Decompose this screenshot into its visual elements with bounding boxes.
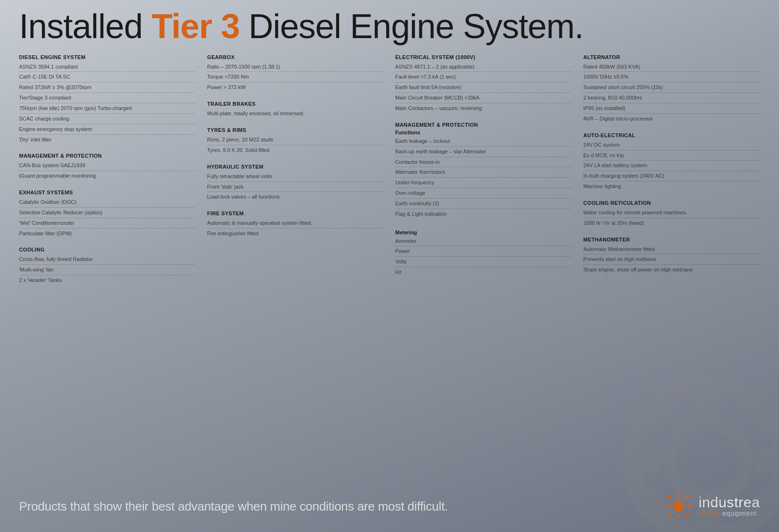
item-0-1-1: iGuard programmable monitoring bbox=[19, 171, 196, 181]
item-2-2-3: Hz bbox=[395, 267, 572, 277]
item-2-2-1: Power bbox=[395, 246, 572, 257]
item-0-2-2: 'Wet' Conditioner/cooler bbox=[19, 218, 196, 229]
page-footer: Products that show their best advantage … bbox=[0, 482, 779, 532]
item-3-2-1: 1000 ltr / hr at 20m (head) bbox=[583, 218, 760, 228]
item-0-0-0: ASNZS 3584.1 compliant bbox=[19, 62, 196, 72]
item-2-0-1: Fault level >7.3 kA (1 sec) bbox=[395, 72, 572, 82]
item-1-4-1: Fire extinguisher fitted bbox=[207, 229, 384, 239]
item-3-3-1: Prevents start on high methane bbox=[583, 254, 760, 265]
section-title-3-0: ALTERNATOR bbox=[583, 54, 760, 60]
logo-sub2: equipment bbox=[722, 510, 757, 517]
section-3-0: ALTERNATORRated 450kW (563 KVA)1000V 50H… bbox=[583, 54, 760, 124]
section-title-2-0: ELECTRICAL SYSTEM (1000V) bbox=[395, 54, 572, 60]
section-title-0-0: DIESEL ENGINE SYSTEM bbox=[19, 54, 196, 60]
svg-rect-15 bbox=[622, 449, 660, 472]
item-2-2-2: Volts bbox=[395, 257, 572, 267]
logo-sub1: mining bbox=[699, 510, 720, 517]
item-1-4-0: Automatic & manually operated system fit… bbox=[207, 218, 384, 229]
item-0-0-7: 'Dry' inlet filter bbox=[19, 135, 196, 145]
section-title-3-1: AUTO-ELECTRICAL bbox=[583, 132, 760, 138]
item-3-1-0: 24V DC system bbox=[583, 140, 760, 151]
item-2-0-4: Main Contactors – vacuum, reversing bbox=[395, 103, 572, 113]
item-2-1-2: Contactor freeze-in bbox=[395, 157, 572, 168]
item-3-3-0: Automatic Methanometer fitted bbox=[583, 244, 760, 255]
item-3-0-4: IP65 (as installed) bbox=[583, 103, 760, 114]
item-1-0-0: Ratio – 2070-1500 rpm (1.38:1) bbox=[207, 62, 384, 72]
section-title-1-4: FIRE SYSTEM bbox=[207, 211, 384, 216]
svg-rect-13 bbox=[696, 375, 719, 413]
logo-icon bbox=[663, 491, 694, 522]
svg-rect-3 bbox=[665, 505, 670, 508]
section-title-1-3: HYDRAULIC SYSTEM bbox=[207, 164, 384, 170]
item-0-0-6: Engine emergency stop system bbox=[19, 124, 196, 135]
item-2-1-3: Alternator thermistors bbox=[395, 167, 572, 178]
section-0-1: MANAGEMENT & PROTECTIONCAN-Bus system SA… bbox=[19, 153, 196, 181]
item-0-0-1: Cat® C-15E DI TA SC bbox=[19, 72, 196, 82]
svg-rect-7 bbox=[668, 513, 672, 518]
item-2-1-7: Flag & Light indication bbox=[395, 209, 572, 219]
item-2-1-4: Under-frequency bbox=[395, 178, 572, 188]
section-1-3: HYDRAULIC SYSTEMFully retractable wheel … bbox=[207, 164, 384, 202]
section-0-0: DIESEL ENGINE SYSTEMASNZS 3584.1 complia… bbox=[19, 54, 196, 145]
item-1-3-1: Front 'stab' jack bbox=[207, 182, 384, 192]
item-2-1-0: Earth leakage – lockout bbox=[395, 136, 572, 147]
svg-rect-8 bbox=[685, 513, 690, 518]
section-2-1: MANAGEMENT & PROTECTIONFunctionsEarth le… bbox=[395, 122, 572, 219]
item-0-0-3: Tier/Stage 3 compliant bbox=[19, 93, 196, 103]
item-3-2-0: Water cooling for remote powered machine… bbox=[583, 208, 760, 218]
title-prefix: Installed bbox=[19, 7, 151, 45]
section-1-0: GEARBOXRatio – 2070-1500 rpm (1.38:1)Tor… bbox=[207, 54, 384, 93]
section-0-3: COOLINGCross-flow, fully tinned Radiator… bbox=[19, 247, 196, 285]
item-2-1-6: Earth continuity (3) bbox=[395, 199, 572, 209]
item-0-0-2: Rated 372kW ± 3% @2070rpm bbox=[19, 82, 196, 93]
page-header: Installed Tier 3 Diesel Engine System. bbox=[0, 0, 779, 50]
item-1-0-2: Power > 372 kW bbox=[207, 82, 384, 92]
column-3: ALTERNATORRated 450kW (563 KVA)1000V 50H… bbox=[583, 54, 760, 294]
item-3-1-2: 24V LA start battery system bbox=[583, 161, 760, 171]
column-0: DIESEL ENGINE SYSTEMASNZS 3584.1 complia… bbox=[19, 54, 196, 294]
logo-area: industrea mining equipment bbox=[663, 491, 760, 522]
item-3-0-0: Rated 450kW (563 KVA) bbox=[583, 62, 760, 72]
item-2-2-0: Ammeter bbox=[395, 236, 572, 247]
item-1-0-1: Torque >7200 Nm bbox=[207, 72, 384, 82]
section-1-1: TRAILER BRAKESMulti-plate, totally enclo… bbox=[207, 101, 384, 119]
svg-rect-18 bbox=[739, 392, 779, 436]
item-2-0-0: ASNZS 4871.1 – 2 (as applicable) bbox=[395, 62, 572, 72]
page-title: Installed Tier 3 Diesel Engine System. bbox=[19, 9, 760, 45]
section-subtitle-2-1: Functions bbox=[395, 130, 572, 135]
section-1-4: FIRE SYSTEMAutomatic & manually operated… bbox=[207, 211, 384, 239]
section-title-0-2: EXHAUST SYSTEMS bbox=[19, 190, 196, 195]
item-3-1-3: In-built charging system (240V AC) bbox=[583, 171, 760, 181]
item-2-1-5: Over-voltage bbox=[395, 188, 572, 199]
section-0-2: EXHAUST SYSTEMSCatalytic Oxidiser (DOC)S… bbox=[19, 190, 196, 238]
svg-rect-4 bbox=[687, 505, 692, 508]
svg-rect-1 bbox=[677, 493, 680, 498]
svg-point-10 bbox=[676, 504, 681, 509]
logo-text: industrea mining equipment bbox=[699, 495, 760, 517]
item-3-3-2: Stops engine, shuts off power on high me… bbox=[583, 265, 760, 275]
item-0-3-0: Cross-flow, fully tinned Radiator bbox=[19, 254, 196, 265]
section-3-1: AUTO-ELECTRICAL24V DC systemEx.d MCB, nv… bbox=[583, 132, 760, 191]
section-1-2: TYRES & RIMSRims, 2 piece, 10 M22 studsT… bbox=[207, 127, 384, 155]
title-suffix: Diesel Engine System. bbox=[240, 7, 583, 45]
item-3-0-1: 1000V 50Hz ±0.5% bbox=[583, 72, 760, 82]
svg-rect-6 bbox=[685, 495, 690, 500]
footer-tagline: Products that show their best advantage … bbox=[19, 499, 448, 514]
item-0-2-0: Catalytic Oxidiser (DOC) bbox=[19, 197, 196, 208]
item-0-0-4: 750rpm (low idle) 2070 rpm (gov) Turbo-c… bbox=[19, 103, 196, 114]
item-0-1-0: CAN-Bus system SAEJ1939 bbox=[19, 161, 196, 171]
svg-rect-16 bbox=[755, 449, 779, 472]
svg-rect-17 bbox=[632, 392, 676, 436]
item-0-2-1: Selective Catalytic Reducer (option) bbox=[19, 208, 196, 218]
section-3-2: COOLING RETICULATIONWater cooling for re… bbox=[583, 200, 760, 228]
section-title-1-1: TRAILER BRAKES bbox=[207, 101, 384, 107]
section-title-0-3: COOLING bbox=[19, 247, 196, 252]
item-3-1-4: Machine lighting bbox=[583, 181, 760, 191]
content-grid: DIESEL ENGINE SYSTEMASNZS 3584.1 complia… bbox=[0, 50, 779, 294]
svg-rect-2 bbox=[677, 515, 680, 520]
section-3-3: METHANOMETERAutomatic Methanometer fitte… bbox=[583, 237, 760, 275]
item-3-0-2: Sustained short circuit 250% (10s) bbox=[583, 82, 760, 93]
column-1: GEARBOXRatio – 2070-1500 rpm (1.38:1)Tor… bbox=[207, 54, 384, 294]
item-1-1-0: Multi-plate, totally enclosed, oil immer… bbox=[207, 109, 384, 119]
item-3-1-1: Ex.d MCB, nv trip bbox=[583, 151, 760, 161]
